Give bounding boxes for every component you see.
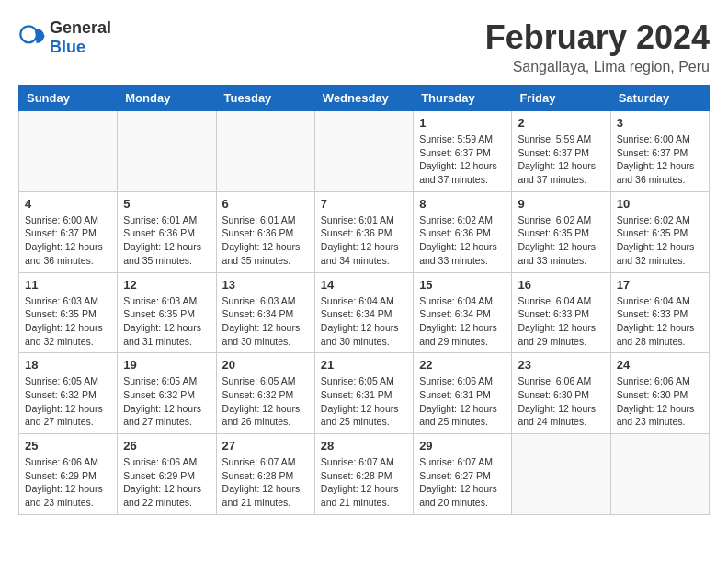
calendar-cell: 18Sunrise: 6:05 AM Sunset: 6:32 PM Dayli… — [19, 353, 118, 434]
page-header: General Blue February 2024 Sangallaya, L… — [18, 18, 710, 75]
calendar-cell — [118, 111, 216, 192]
calendar-cell: 21Sunrise: 6:05 AM Sunset: 6:31 PM Dayli… — [314, 353, 413, 434]
calendar-cell: 10Sunrise: 6:02 AM Sunset: 6:35 PM Dayli… — [610, 191, 709, 272]
day-number: 4 — [25, 197, 111, 211]
day-number: 3 — [617, 116, 703, 130]
svg-point-0 — [20, 26, 37, 42]
day-info: Sunrise: 6:07 AM Sunset: 6:28 PM Dayligh… — [222, 455, 309, 510]
calendar-cell: 24Sunrise: 6:06 AM Sunset: 6:30 PM Dayli… — [610, 353, 709, 434]
calendar-cell: 14Sunrise: 6:04 AM Sunset: 6:34 PM Dayli… — [314, 272, 413, 353]
day-info: Sunrise: 6:04 AM Sunset: 6:34 PM Dayligh… — [419, 294, 506, 349]
day-info: Sunrise: 6:04 AM Sunset: 6:33 PM Dayligh… — [518, 294, 604, 349]
day-info: Sunrise: 6:00 AM Sunset: 6:37 PM Dayligh… — [25, 213, 111, 268]
calendar-cell: 23Sunrise: 6:06 AM Sunset: 6:30 PM Dayli… — [512, 353, 610, 434]
day-number: 11 — [25, 278, 111, 292]
day-info: Sunrise: 5:59 AM Sunset: 6:37 PM Dayligh… — [419, 132, 506, 187]
calendar-cell: 19Sunrise: 6:05 AM Sunset: 6:32 PM Dayli… — [118, 353, 216, 434]
calendar-week-row: 25Sunrise: 6:06 AM Sunset: 6:29 PM Dayli… — [19, 434, 710, 515]
calendar-cell: 8Sunrise: 6:02 AM Sunset: 6:36 PM Daylig… — [414, 191, 512, 272]
day-info: Sunrise: 6:03 AM Sunset: 6:34 PM Dayligh… — [222, 294, 309, 349]
calendar-cell: 5Sunrise: 6:01 AM Sunset: 6:36 PM Daylig… — [118, 191, 216, 272]
day-number: 13 — [222, 278, 309, 292]
day-info: Sunrise: 6:01 AM Sunset: 6:36 PM Dayligh… — [123, 213, 210, 268]
day-number: 2 — [518, 116, 604, 130]
calendar-cell: 28Sunrise: 6:07 AM Sunset: 6:28 PM Dayli… — [314, 434, 413, 515]
day-info: Sunrise: 6:02 AM Sunset: 6:35 PM Dayligh… — [518, 213, 604, 268]
day-number: 20 — [222, 358, 309, 372]
day-of-week-header: Sunday — [19, 86, 118, 111]
day-number: 27 — [222, 439, 309, 453]
calendar-cell — [512, 434, 610, 515]
calendar-cell: 22Sunrise: 6:06 AM Sunset: 6:31 PM Dayli… — [414, 353, 512, 434]
calendar-cell: 16Sunrise: 6:04 AM Sunset: 6:33 PM Dayli… — [512, 272, 610, 353]
calendar-cell: 27Sunrise: 6:07 AM Sunset: 6:28 PM Dayli… — [216, 434, 314, 515]
day-info: Sunrise: 6:05 AM Sunset: 6:32 PM Dayligh… — [25, 374, 111, 429]
day-number: 5 — [123, 197, 210, 211]
day-number: 8 — [419, 197, 506, 211]
calendar-week-row: 11Sunrise: 6:03 AM Sunset: 6:35 PM Dayli… — [19, 272, 710, 353]
calendar-week-row: 18Sunrise: 6:05 AM Sunset: 6:32 PM Dayli… — [19, 353, 710, 434]
day-number: 29 — [419, 439, 506, 453]
title-section: February 2024 Sangallaya, Lima region, P… — [485, 18, 710, 75]
calendar-cell: 15Sunrise: 6:04 AM Sunset: 6:34 PM Dayli… — [414, 272, 512, 353]
calendar-header-row: SundayMondayTuesdayWednesdayThursdayFrid… — [19, 86, 710, 111]
calendar-cell: 7Sunrise: 6:01 AM Sunset: 6:36 PM Daylig… — [314, 191, 413, 272]
calendar-week-row: 1Sunrise: 5:59 AM Sunset: 6:37 PM Daylig… — [19, 111, 710, 192]
logo-blue-text: Blue — [50, 38, 85, 56]
calendar-cell: 1Sunrise: 5:59 AM Sunset: 6:37 PM Daylig… — [414, 111, 512, 192]
day-number: 22 — [419, 358, 506, 372]
day-of-week-header: Monday — [118, 86, 216, 111]
day-info: Sunrise: 6:06 AM Sunset: 6:29 PM Dayligh… — [25, 455, 111, 510]
calendar-cell: 4Sunrise: 6:00 AM Sunset: 6:37 PM Daylig… — [19, 191, 118, 272]
calendar-cell: 20Sunrise: 6:05 AM Sunset: 6:32 PM Dayli… — [216, 353, 314, 434]
calendar-cell: 11Sunrise: 6:03 AM Sunset: 6:35 PM Dayli… — [19, 272, 118, 353]
calendar-cell: 13Sunrise: 6:03 AM Sunset: 6:34 PM Dayli… — [216, 272, 314, 353]
day-number: 28 — [321, 439, 407, 453]
calendar-title: February 2024 — [485, 18, 710, 57]
day-of-week-header: Wednesday — [314, 86, 413, 111]
calendar-cell: 9Sunrise: 6:02 AM Sunset: 6:35 PM Daylig… — [512, 191, 610, 272]
day-info: Sunrise: 6:06 AM Sunset: 6:31 PM Dayligh… — [419, 374, 506, 429]
calendar-cell: 2Sunrise: 5:59 AM Sunset: 6:37 PM Daylig… — [512, 111, 610, 192]
day-info: Sunrise: 6:07 AM Sunset: 6:28 PM Dayligh… — [321, 455, 407, 510]
day-number: 10 — [617, 197, 703, 211]
day-number: 12 — [123, 278, 210, 292]
calendar-cell — [314, 111, 413, 192]
day-info: Sunrise: 6:05 AM Sunset: 6:32 PM Dayligh… — [222, 374, 309, 429]
day-number: 6 — [222, 197, 309, 211]
calendar-cell: 12Sunrise: 6:03 AM Sunset: 6:35 PM Dayli… — [118, 272, 216, 353]
day-info: Sunrise: 6:02 AM Sunset: 6:36 PM Dayligh… — [419, 213, 506, 268]
calendar-cell — [19, 111, 118, 192]
calendar-cell: 25Sunrise: 6:06 AM Sunset: 6:29 PM Dayli… — [19, 434, 118, 515]
day-number: 14 — [321, 278, 407, 292]
calendar-cell: 29Sunrise: 6:07 AM Sunset: 6:27 PM Dayli… — [414, 434, 512, 515]
day-of-week-header: Thursday — [414, 86, 512, 111]
calendar-cell — [610, 434, 709, 515]
calendar-subtitle: Sangallaya, Lima region, Peru — [485, 59, 710, 75]
day-number: 9 — [518, 197, 604, 211]
calendar-cell — [216, 111, 314, 192]
calendar-cell: 26Sunrise: 6:06 AM Sunset: 6:29 PM Dayli… — [118, 434, 216, 515]
day-number: 26 — [123, 439, 210, 453]
calendar-cell: 6Sunrise: 6:01 AM Sunset: 6:36 PM Daylig… — [216, 191, 314, 272]
day-number: 25 — [25, 439, 111, 453]
day-info: Sunrise: 6:05 AM Sunset: 6:32 PM Dayligh… — [123, 374, 210, 429]
calendar-cell: 17Sunrise: 6:04 AM Sunset: 6:33 PM Dayli… — [610, 272, 709, 353]
logo-general-text: General — [50, 18, 111, 37]
day-info: Sunrise: 6:07 AM Sunset: 6:27 PM Dayligh… — [419, 455, 506, 510]
day-of-week-header: Saturday — [610, 86, 709, 111]
day-info: Sunrise: 6:03 AM Sunset: 6:35 PM Dayligh… — [25, 294, 111, 349]
day-number: 18 — [25, 358, 111, 372]
day-info: Sunrise: 6:02 AM Sunset: 6:35 PM Dayligh… — [617, 213, 703, 268]
day-info: Sunrise: 6:01 AM Sunset: 6:36 PM Dayligh… — [222, 213, 309, 268]
day-number: 21 — [321, 358, 407, 372]
calendar-table: SundayMondayTuesdayWednesdayThursdayFrid… — [18, 85, 710, 515]
day-info: Sunrise: 6:04 AM Sunset: 6:33 PM Dayligh… — [617, 294, 703, 349]
day-info: Sunrise: 6:05 AM Sunset: 6:31 PM Dayligh… — [321, 374, 407, 429]
day-info: Sunrise: 6:00 AM Sunset: 6:37 PM Dayligh… — [617, 132, 703, 187]
day-number: 15 — [419, 278, 506, 292]
day-info: Sunrise: 6:01 AM Sunset: 6:36 PM Dayligh… — [321, 213, 407, 268]
day-number: 24 — [617, 358, 703, 372]
day-of-week-header: Tuesday — [216, 86, 314, 111]
day-info: Sunrise: 5:59 AM Sunset: 6:37 PM Dayligh… — [518, 132, 604, 187]
